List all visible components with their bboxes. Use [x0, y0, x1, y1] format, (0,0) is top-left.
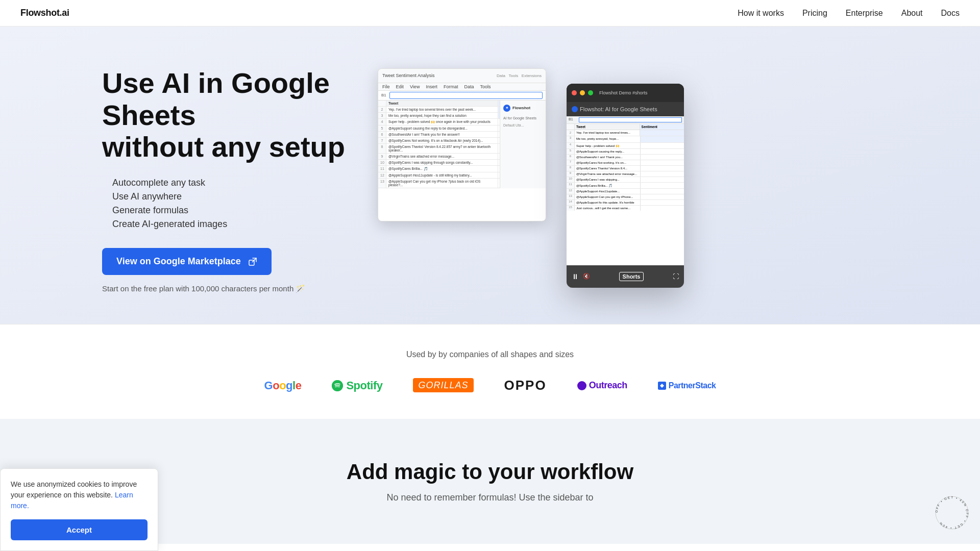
partnerstack-icon [658, 382, 666, 390]
window-minimize-dot [580, 90, 585, 95]
discount-badge: OFF • GET • 40% OFF • GET • 40% [934, 495, 970, 531]
social-proof-title: Used by by companies of all shapes and s… [0, 350, 980, 359]
hero-visual-area: Tweet Sentiment Analysis Data Tools Exte… [449, 73, 684, 288]
window-maximize-dot [588, 90, 593, 95]
shorts-badge: Shorts [619, 272, 644, 281]
partnerstack-logo: PartnerStack [658, 381, 716, 390]
logo[interactable]: Flowshot.ai [20, 8, 69, 18]
hero-bullets: Autocomplete any task Use AI anywhere Ge… [102, 178, 419, 230]
sidebar-logo-text: Flowshot [512, 106, 530, 110]
demo-title-bar: Flowshot: AI for Google Sheets [567, 102, 684, 116]
outreach-icon [577, 381, 586, 390]
cookie-accept-button[interactable]: Accept [11, 519, 148, 540]
spreadsheet-topbar: Tweet Sentiment Analysis Data Tools Exte… [378, 69, 546, 83]
demo-subtitle: Flowshot: AI for Google Sheets [580, 106, 657, 112]
flowshot-sidebar: ✦ Flowshot AI for Google Sheets Default … [500, 101, 546, 188]
hero-subtext: Start on the free plan with 100,000 char… [102, 284, 419, 293]
window-close-dot [572, 90, 577, 95]
demo-sheet-content: B1 Tweet Sentiment 2 Yep. I've tried lap… [567, 116, 684, 288]
bullet-3: Generate formulas [102, 205, 419, 216]
spotify-logo: Spotify [332, 379, 382, 392]
gorillas-logo: GORILLAS [413, 380, 473, 391]
spreadsheet-window: Tweet Sentiment Analysis Data Tools Exte… [378, 68, 546, 221]
video-controls: ⏸ 🔇 [572, 272, 590, 281]
demo-visual: Tweet Sentiment Analysis Data Tools Exte… [449, 73, 684, 288]
spreadsheet-menu: FileEditViewInsertFormatDataTools [378, 83, 546, 91]
external-link-icon [248, 257, 257, 266]
nav-docs[interactable]: Docs [941, 9, 960, 18]
logos-row: Google Spotify GORILLAS OPPO Outreach [0, 378, 980, 393]
mute-icon[interactable]: 🔇 [583, 273, 590, 280]
workflow-title: Add magic to your workflow [102, 460, 878, 484]
outreach-logo: Outreach [577, 380, 627, 391]
nav-how-it-works[interactable]: How it works [738, 9, 784, 18]
sidebar-logo-icon: ✦ [503, 105, 510, 112]
video-controls-bar: ⏸ 🔇 Shorts ⛶ [567, 265, 684, 288]
fullscreen-icon[interactable]: ⛶ [673, 273, 679, 280]
cta-label: View on Google Marketplace [116, 256, 241, 267]
workflow-subtitle: No need to remember formulas! Use the si… [102, 492, 878, 503]
oppo-logo: OPPO [504, 378, 547, 393]
demo-phone-window: Flowshot Demo #shorts Flowshot: AI for G… [567, 84, 684, 288]
social-proof-section: Used by by companies of all shapes and s… [0, 324, 980, 419]
cookie-banner: We use anonymized cookies to improve you… [0, 468, 158, 544]
demo-window-title: Flowshot Demo #shorts [599, 90, 648, 95]
nav-links: How it works Pricing Enterprise About Do… [738, 9, 960, 18]
hero-section: Use AI in Google Sheets without any setu… [0, 27, 980, 324]
svg-text:OFF • GET • 40% OFF • GET • 40: OFF • GET • 40% OFF • GET • 40% [935, 496, 969, 530]
sidebar-description: AI for Google Sheets [503, 116, 543, 121]
navbar: Flowshot.ai How it works Pricing Enterpr… [0, 0, 980, 27]
svg-point-1 [332, 380, 343, 391]
bullet-2: Use AI anywhere [102, 191, 419, 202]
bullet-1: Autocomplete any task [102, 178, 419, 188]
bullet-4: Create AI-generated images [102, 219, 419, 230]
sheet-tab-label: Tweet Sentiment Analysis [382, 73, 435, 78]
nav-about[interactable]: About [901, 9, 923, 18]
nav-enterprise[interactable]: Enterprise [846, 9, 883, 18]
cta-button[interactable]: View on Google Marketplace [102, 248, 272, 275]
hero-content: Use AI in Google Sheets without any setu… [102, 67, 419, 293]
cookie-text: We use anonymized cookies to improve you… [11, 479, 148, 511]
demo-topbar: Flowshot Demo #shorts [567, 84, 684, 102]
pause-icon[interactable]: ⏸ [572, 272, 579, 281]
nav-pricing[interactable]: Pricing [802, 9, 827, 18]
google-logo: Google [264, 379, 302, 392]
sidebar-logo: ✦ Flowshot [503, 105, 543, 112]
hero-title: Use AI in Google Sheets without any setu… [102, 67, 419, 163]
